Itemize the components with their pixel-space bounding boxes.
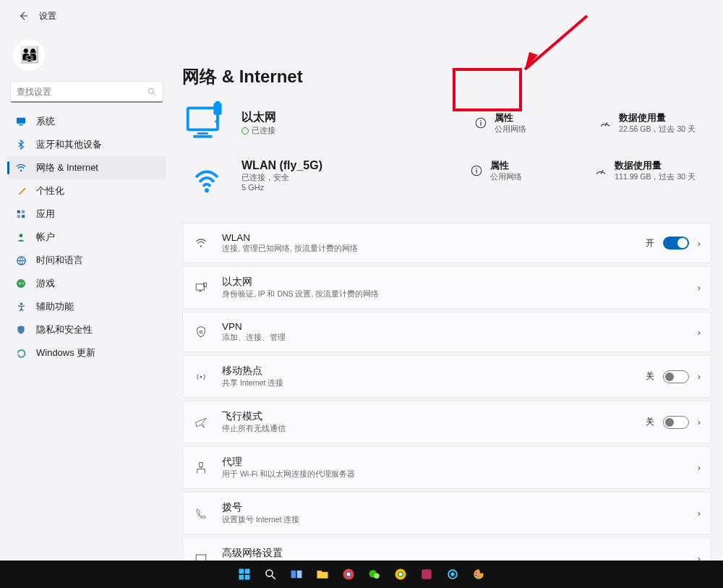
taskbar-search[interactable]: [261, 565, 280, 584]
chevron-right-icon: ›: [698, 238, 701, 249]
card-proxy[interactable]: 代理 用于 Wi-Fi 和以太网连接的代理服务器 ›: [182, 446, 711, 489]
sidebar-item-time[interactable]: 时间和语言: [7, 249, 166, 272]
svg-point-14: [20, 302, 22, 304]
wlan-usage-link[interactable]: 数据使用量 111.99 GB，过去 30 天: [594, 159, 709, 182]
search-input[interactable]: [17, 87, 147, 97]
sidebar-item-privacy[interactable]: 隐私和安全性: [7, 318, 166, 341]
svg-point-42: [266, 570, 273, 576]
airplane-icon: [193, 414, 209, 430]
taskbar-app1[interactable]: [417, 565, 436, 584]
wifi-icon: [193, 235, 209, 251]
taskbar-start[interactable]: [235, 565, 254, 584]
svg-rect-2: [17, 118, 25, 124]
svg-rect-44: [291, 571, 296, 579]
toggle-label: 开: [646, 237, 654, 250]
wlan-status-row: WLAN (fly_5G) 已连接，安全 5 GHz 属性 公用网络 数据使用量…: [182, 156, 711, 213]
wlan-usage-sub: 111.99 GB，过去 30 天: [615, 172, 696, 182]
sidebar-item-bluetooth[interactable]: 蓝牙和其他设备: [7, 133, 166, 156]
wlan-wifi-icon: [185, 159, 228, 203]
card-wlan[interactable]: WLAN 连接, 管理已知网络, 按流量计费的网络 开 ›: [182, 223, 711, 263]
taskbar-explorer[interactable]: [313, 565, 332, 584]
svg-line-43: [272, 576, 275, 579]
sidebar-item-personalize[interactable]: 个性化: [7, 179, 166, 203]
sidebar-item-apps[interactable]: 应用: [7, 203, 166, 226]
taskbar-taskview[interactable]: [287, 565, 306, 584]
search-icon: [147, 87, 157, 97]
avatar[interactable]: 👨‍👩‍👧: [13, 39, 45, 71]
card-sub: 身份验证, IP 和 DNS 设置, 按流量计费的网络: [222, 289, 379, 299]
svg-point-50: [374, 574, 380, 579]
ethernet-prop-label: 属性: [495, 111, 526, 124]
sidebar-item-label: Windows 更新: [36, 346, 95, 359]
wlan-name: WLAN (fly_5G): [241, 159, 429, 172]
svg-point-0: [148, 88, 153, 93]
bluetooth-icon: [14, 138, 27, 151]
card-airplane[interactable]: 飞行模式 停止所有无线通信 关 ›: [182, 401, 711, 443]
app-title: 设置: [39, 10, 56, 22]
svg-rect-41: [245, 575, 250, 580]
svg-line-1: [153, 93, 155, 95]
ethernet-usage-sub: 22.56 GB，过去 30 天: [619, 124, 696, 135]
svg-rect-27: [476, 170, 477, 174]
card-title: 移动热点: [222, 365, 283, 378]
proxy-icon: [193, 460, 209, 476]
taskbar-paint[interactable]: [469, 565, 488, 584]
svg-rect-30: [196, 284, 204, 289]
brush-icon: [14, 184, 27, 197]
airplane-toggle[interactable]: [663, 416, 689, 429]
svg-point-53: [399, 573, 403, 576]
svg-rect-16: [197, 132, 208, 135]
phone-icon: [193, 506, 209, 521]
ethernet-name: 以太网: [241, 110, 429, 125]
sidebar-item-update[interactable]: Windows 更新: [7, 341, 166, 365]
card-ethernet[interactable]: 以太网 身份验证, IP 和 DNS 设置, 按流量计费的网络 ›: [182, 266, 711, 309]
apps-icon: [14, 208, 27, 221]
wlan-status1: 已连接，安全: [241, 172, 429, 183]
shield-icon: [14, 323, 27, 336]
sidebar-item-label: 系统: [36, 115, 55, 128]
back-button[interactable]: [14, 7, 32, 25]
svg-rect-18: [213, 103, 221, 115]
wlan-usage-label: 数据使用量: [615, 159, 696, 172]
wlan-toggle[interactable]: [663, 237, 689, 250]
sidebar-item-label: 个性化: [36, 184, 64, 197]
chevron-right-icon: ›: [698, 462, 701, 473]
sidebar-item-label: 时间和语言: [36, 254, 83, 267]
card-title: 以太网: [222, 276, 379, 289]
taskbar-chrome2[interactable]: [391, 565, 410, 584]
chevron-right-icon: ›: [698, 417, 701, 427]
taskbar-wechat[interactable]: [365, 565, 384, 584]
svg-rect-40: [239, 575, 244, 580]
card-hotspot[interactable]: 移动热点 共享 Internet 连接 关 ›: [182, 355, 711, 398]
wlan-status2: 5 GHz: [241, 183, 429, 192]
svg-rect-54: [422, 569, 432, 579]
ethernet-properties-link[interactable]: 属性 公用网络: [474, 111, 539, 135]
svg-rect-35: [200, 462, 203, 466]
svg-point-34: [200, 375, 202, 378]
taskbar-chrome[interactable]: [339, 565, 358, 584]
svg-rect-33: [200, 331, 202, 333]
meter-icon: [599, 116, 612, 129]
hotspot-icon: [193, 369, 209, 385]
toggle-label: 关: [646, 416, 654, 428]
sidebar-item-accessibility[interactable]: 辅助功能: [7, 295, 166, 318]
sidebar-item-network[interactable]: 网络 & Internet: [7, 156, 166, 179]
svg-point-13: [23, 284, 24, 284]
card-sub: 连接, 管理已知网络, 按流量计费的网络: [222, 244, 358, 254]
info-icon: [474, 116, 487, 129]
card-vpn[interactable]: VPN 添加、连接、管理 ›: [182, 312, 711, 352]
svg-rect-7: [17, 215, 20, 218]
sidebar-item-gaming[interactable]: 游戏: [7, 272, 166, 295]
sidebar-item-system[interactable]: 系统: [7, 110, 166, 133]
wlan-properties-link[interactable]: 属性 公用网络: [470, 159, 535, 182]
ethernet-usage-link[interactable]: 数据使用量 22.56 GB，过去 30 天: [599, 111, 709, 135]
hotspot-toggle[interactable]: [663, 370, 689, 383]
taskbar-settings[interactable]: [443, 565, 462, 584]
wlan-prop-sub: 公用网络: [490, 172, 522, 182]
search-box[interactable]: [10, 81, 163, 103]
sidebar-item-accounts[interactable]: 帐户: [7, 226, 166, 249]
card-title: 代理: [222, 456, 355, 469]
card-dialup[interactable]: 拨号 设置拨号 Internet 连接 ›: [182, 492, 711, 534]
sidebar-item-label: 网络 & Internet: [36, 161, 98, 174]
svg-rect-6: [22, 210, 25, 213]
